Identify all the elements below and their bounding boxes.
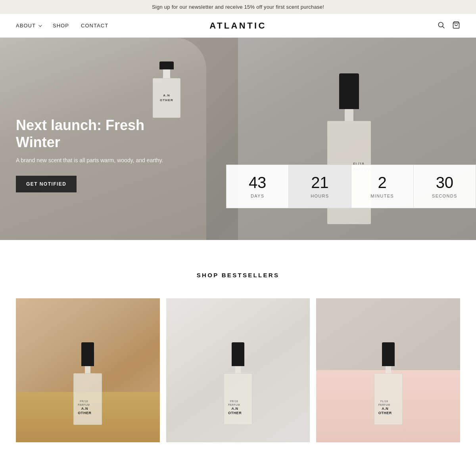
hero-section: A.NOTHER FL/18PARFUM Next launch: Fresh …	[0, 38, 476, 240]
product-card-2[interactable]: FR/18PARFUM A.NOTHER	[166, 298, 310, 442]
product-label-brand-2: A.NOTHER	[228, 407, 242, 416]
announcement-bar: Sign up for our newsletter and receive 1…	[0, 0, 476, 14]
bottle-cap-3	[382, 342, 395, 366]
product-bottle-1: FR/18PARFUM A.NOTHER	[70, 342, 106, 425]
countdown-days-value: 43	[249, 175, 267, 190]
bottle-neck-3	[386, 366, 391, 373]
get-notified-button[interactable]: GET NOTIFIED	[16, 176, 77, 192]
bestsellers-section: SHOP BESTSELLERS FR/18PARFUM A.NOTHER	[0, 240, 476, 466]
bottle-cap-tall	[339, 73, 359, 109]
product-bottle-2: FR/18PARFUM A.NOTHER	[220, 342, 256, 425]
nav-contact[interactable]: CONTACT	[81, 23, 108, 29]
countdown-hours-value: 21	[311, 175, 329, 190]
bestsellers-title: SHOP BESTSELLERS	[16, 272, 460, 278]
bottle-body-1: FR/18PARFUM A.NOTHER	[73, 373, 102, 425]
countdown-seconds-value: 30	[436, 175, 454, 190]
svg-line-1	[443, 26, 445, 28]
hero-bottle-tall: FL/18PARFUM	[317, 73, 381, 240]
countdown-minutes-value: 2	[378, 175, 387, 190]
products-grid: FR/18PARFUM A.NOTHER FR/18PARFUM A.NOTHE…	[16, 298, 460, 442]
product-label-top-3: FL/18PARFUM	[378, 399, 390, 407]
countdown-hours-label: HOURS	[311, 194, 329, 198]
bottle-neck-1	[85, 366, 90, 373]
product-label-brand-1: A.NOTHER	[78, 407, 91, 416]
bottle-body-3: FL/18PARFUM A.NOTHER	[374, 373, 403, 425]
countdown-minutes-label: MINUTES	[370, 194, 394, 198]
hero-subtitle: A brand new scent that is all parts warm…	[16, 156, 175, 165]
product-bottle-3: FL/18PARFUM A.NOTHER	[370, 342, 406, 425]
bottle-cap-2	[232, 342, 244, 366]
bottle-neck-tall	[345, 109, 353, 121]
site-logo[interactable]: ATLANTIC	[209, 21, 267, 31]
countdown-seconds-label: SECONDS	[432, 194, 457, 198]
hero-content: Next launch: Fresh Winter A brand new sc…	[16, 117, 175, 192]
cart-icon[interactable]	[452, 21, 460, 31]
countdown-seconds: 30 SECONDS	[414, 165, 476, 208]
bottle-neck-small	[163, 69, 170, 78]
bottle-cap-small	[159, 61, 174, 69]
product-label-top-1: FR/18PARFUM	[78, 399, 90, 407]
bottle-body-2: FR/18PARFUM A.NOTHER	[224, 373, 252, 425]
announcement-text: Sign up for our newsletter and receive 1…	[152, 4, 324, 10]
countdown-hours: 21 HOURS	[289, 165, 351, 208]
product-card-3[interactable]: FL/18PARFUM A.NOTHER	[316, 298, 460, 442]
hero-title: Next launch: Fresh Winter	[16, 117, 175, 151]
bottle-cap-1	[81, 342, 94, 366]
countdown-days: 43 DAYS	[226, 165, 289, 208]
nav-right	[437, 21, 460, 31]
nav-shop[interactable]: SHOP	[53, 23, 69, 29]
navigation: ABOUT SHOP CONTACT ATLANTIC	[0, 14, 476, 38]
countdown-timer: 43 DAYS 21 HOURS 2 MINUTES 30 SECONDS	[226, 165, 476, 208]
bottle-body-small: A.NOTHER	[153, 78, 180, 118]
countdown-days-label: DAYS	[251, 194, 264, 198]
nav-about[interactable]: ABOUT	[16, 23, 41, 29]
bottle-label-small: A.NOTHER	[160, 93, 173, 103]
bottle-neck-2	[235, 366, 241, 373]
nav-left: ABOUT SHOP CONTACT	[16, 23, 108, 29]
product-label-brand-3: A.NOTHER	[378, 407, 392, 416]
product-card-1[interactable]: FR/18PARFUM A.NOTHER	[16, 298, 160, 442]
countdown-minutes: 2 MINUTES	[351, 165, 414, 208]
search-icon[interactable]	[437, 21, 445, 31]
svg-point-0	[438, 22, 443, 27]
product-label-top-2: FR/18PARFUM	[228, 399, 240, 407]
chevron-down-icon	[38, 23, 42, 27]
